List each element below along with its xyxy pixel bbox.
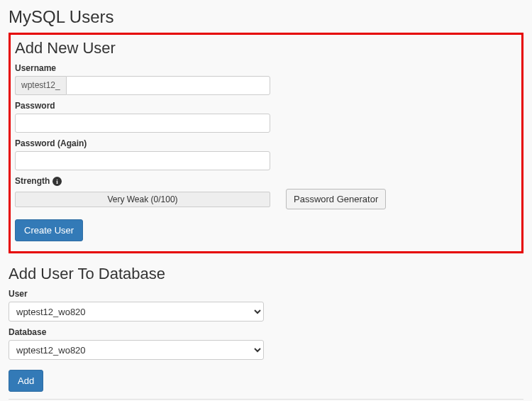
strength-label: Strength	[15, 176, 50, 186]
database-select[interactable]: wptest12_wo820	[9, 340, 264, 360]
database-select-label: Database	[9, 327, 523, 337]
username-label: Username	[15, 63, 517, 73]
add-user-to-db-heading: Add User To Database	[9, 265, 523, 283]
divider	[9, 399, 523, 400]
password-input[interactable]	[15, 114, 270, 133]
strength-meter: Very Weak (0/100)	[15, 192, 270, 207]
password-label: Password	[15, 101, 517, 111]
username-prefix: wptest12_	[15, 76, 66, 95]
user-select-label: User	[9, 289, 523, 299]
add-new-user-panel: Add New User Username wptest12_ Password…	[9, 33, 523, 253]
add-new-user-heading: Add New User	[15, 39, 517, 57]
user-select[interactable]: wptest12_wo820	[9, 302, 264, 322]
password-again-label: Password (Again)	[15, 138, 517, 148]
password-generator-button[interactable]: Password Generator	[286, 189, 386, 209]
password-again-input[interactable]	[15, 151, 270, 170]
username-input[interactable]	[66, 76, 270, 95]
create-user-button[interactable]: Create User	[15, 219, 83, 241]
info-icon: i	[52, 177, 62, 186]
page-title: MySQL Users	[9, 7, 523, 27]
add-button[interactable]: Add	[9, 370, 43, 392]
